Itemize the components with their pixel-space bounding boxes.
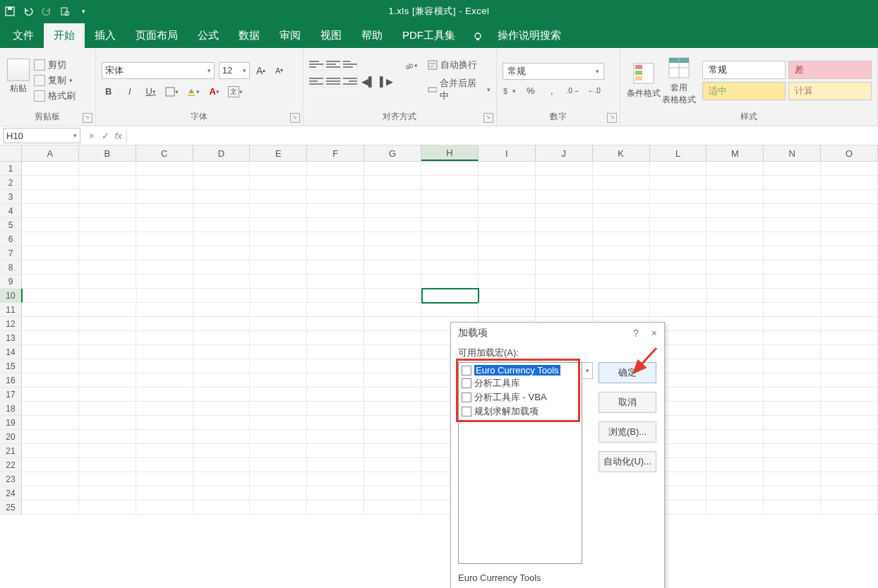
cell-O17[interactable] xyxy=(821,388,878,402)
cancel-button[interactable]: 取消 xyxy=(599,392,656,413)
col-header-I[interactable]: I xyxy=(479,145,536,161)
cell-A6[interactable] xyxy=(22,232,79,246)
row-header-10[interactable]: 10 xyxy=(0,289,23,303)
cell-B23[interactable] xyxy=(79,472,136,486)
dialog-help-icon[interactable]: ? xyxy=(633,328,639,339)
format-as-table-button[interactable]: 套用 表格格式 xyxy=(661,55,697,106)
cell-O25[interactable] xyxy=(821,500,878,515)
font-color-button[interactable]: A▾ xyxy=(208,85,222,99)
cell-A10[interactable] xyxy=(23,289,80,303)
cell-G4[interactable] xyxy=(364,204,421,218)
cell-K1[interactable] xyxy=(593,162,650,176)
cell-J6[interactable] xyxy=(536,232,593,246)
cell-B13[interactable] xyxy=(79,331,136,345)
cell-G13[interactable] xyxy=(364,331,421,345)
cell-F19[interactable] xyxy=(307,416,364,430)
cell-B15[interactable] xyxy=(79,359,136,373)
cell-N17[interactable] xyxy=(764,388,821,402)
cell-B4[interactable] xyxy=(79,204,136,218)
cell-F5[interactable] xyxy=(307,218,364,232)
number-launcher-icon[interactable]: ↘ xyxy=(607,113,617,123)
cell-I9[interactable] xyxy=(479,275,536,289)
col-header-K[interactable]: K xyxy=(593,145,650,161)
cell-K2[interactable] xyxy=(593,176,650,190)
addin-checkbox-0[interactable] xyxy=(462,366,471,376)
automation-button[interactable]: 自动化(U)... xyxy=(599,451,656,472)
dialog-titlebar[interactable]: 加载项 ? × xyxy=(451,323,664,344)
cell-A24[interactable] xyxy=(22,486,79,500)
cell-D8[interactable] xyxy=(193,260,251,275)
merge-center-button[interactable]: 合并后居中▾ xyxy=(428,77,491,102)
cell-G5[interactable] xyxy=(364,218,421,232)
cell-D24[interactable] xyxy=(193,486,251,500)
col-header-M[interactable]: M xyxy=(706,145,764,161)
cell-D25[interactable] xyxy=(193,500,251,515)
cell-M17[interactable] xyxy=(706,388,764,402)
cell-I11[interactable] xyxy=(479,303,536,317)
cell-M16[interactable] xyxy=(706,373,764,388)
cell-C1[interactable] xyxy=(136,162,193,176)
cell-C4[interactable] xyxy=(136,204,193,218)
cell-O19[interactable] xyxy=(821,416,878,430)
cell-style-neutral[interactable]: 适中 xyxy=(702,82,786,100)
cell-K9[interactable] xyxy=(593,275,650,289)
worksheet-grid[interactable]: ABCDEFGHIJKLMNO 123456789101112131415161… xyxy=(0,145,878,515)
cell-N24[interactable] xyxy=(764,486,821,500)
cell-E5[interactable] xyxy=(250,218,307,232)
cell-K10[interactable] xyxy=(593,289,650,303)
tab-formulas[interactable]: 公式 xyxy=(188,23,229,48)
cell-N20[interactable] xyxy=(764,430,821,444)
cell-M6[interactable] xyxy=(706,232,764,246)
addin-checkbox-2[interactable] xyxy=(462,392,471,402)
cell-N11[interactable] xyxy=(764,303,821,317)
cell-H7[interactable] xyxy=(421,246,479,260)
cell-O10[interactable] xyxy=(821,289,878,303)
cell-E18[interactable] xyxy=(250,402,307,416)
col-header-H[interactable]: H xyxy=(421,145,479,161)
cell-B6[interactable] xyxy=(79,232,136,246)
cell-B24[interactable] xyxy=(79,486,136,500)
cell-C16[interactable] xyxy=(136,373,193,388)
cell-A3[interactable] xyxy=(22,190,79,204)
cell-E19[interactable] xyxy=(250,416,307,430)
row-header-3[interactable]: 3 xyxy=(0,190,22,204)
col-header-F[interactable]: F xyxy=(307,145,364,161)
cell-F21[interactable] xyxy=(307,444,364,458)
font-size-combo[interactable]: 12▾ xyxy=(219,62,250,79)
comma-format-button[interactable]: , xyxy=(545,84,559,98)
cell-K3[interactable] xyxy=(593,190,650,204)
cell-G3[interactable] xyxy=(364,190,421,204)
cell-J3[interactable] xyxy=(536,190,593,204)
cell-J7[interactable] xyxy=(536,246,593,260)
formula-input[interactable] xyxy=(126,128,878,143)
cell-N3[interactable] xyxy=(764,190,821,204)
orientation-button[interactable]: ab▾ xyxy=(404,59,418,73)
cell-M22[interactable] xyxy=(706,458,764,472)
row-header-11[interactable]: 11 xyxy=(0,303,22,317)
percent-format-button[interactable]: % xyxy=(524,84,538,98)
cell-A12[interactable] xyxy=(22,317,79,331)
paste-button[interactable]: 粘贴 xyxy=(6,59,31,102)
cell-I10[interactable] xyxy=(479,289,536,303)
format-painter-button[interactable]: 格式刷 xyxy=(34,90,76,102)
tab-file[interactable]: 文件 xyxy=(3,23,44,48)
cell-E11[interactable] xyxy=(250,303,307,317)
save-icon[interactable] xyxy=(4,6,16,17)
cell-D9[interactable] xyxy=(193,275,251,289)
font-launcher-icon[interactable]: ↘ xyxy=(290,113,300,123)
cell-E4[interactable] xyxy=(250,204,307,218)
cell-E1[interactable] xyxy=(250,162,307,176)
addin-item-1[interactable]: 分析工具库 xyxy=(460,376,580,390)
cell-O15[interactable] xyxy=(821,359,878,373)
cell-G16[interactable] xyxy=(364,373,421,388)
cell-D23[interactable] xyxy=(193,472,251,486)
cell-D3[interactable] xyxy=(193,190,251,204)
increase-decimal-button[interactable]: .0→ xyxy=(566,84,580,98)
row-header-14[interactable]: 14 xyxy=(0,345,22,359)
cell-I5[interactable] xyxy=(479,218,536,232)
addin-item-3[interactable]: 规划求解加载项 xyxy=(460,404,580,419)
cell-A21[interactable] xyxy=(22,444,79,458)
cell-G25[interactable] xyxy=(364,500,421,515)
cell-J10[interactable] xyxy=(536,289,593,303)
underline-button[interactable]: U▾ xyxy=(144,85,158,99)
